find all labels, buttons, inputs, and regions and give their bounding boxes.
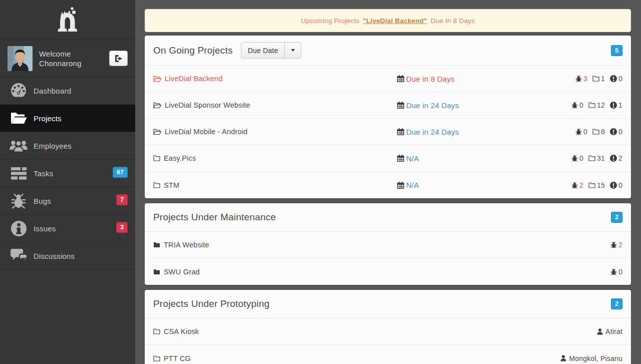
task-count: 31 (597, 154, 605, 162)
prototyping-rows: CSA Kiosk Atirat PTT CG (145, 318, 631, 364)
sidebar-item-discussions[interactable]: Discussions (0, 242, 135, 270)
member-names: Atirat (605, 327, 622, 335)
sidebar-item-label: Projects (34, 114, 62, 123)
calendar-icon (397, 155, 404, 162)
maintenance-count-badge: 2 (611, 212, 622, 223)
project-name: TRIA Website (164, 241, 209, 249)
app-logo-icon (53, 5, 82, 35)
ongoing-rows: LiveDial Backend Due in 8 Days (145, 66, 631, 198)
sidebar-nav: Dashboard Projects (0, 77, 135, 270)
sidebar-item-issues[interactable]: Issues 3 (0, 215, 135, 242)
folder-open-icon (153, 129, 161, 135)
folder-icon (153, 182, 160, 188)
folder-icon (153, 355, 160, 361)
project-name: SWU Grad (164, 268, 200, 276)
bug-icon (575, 128, 582, 135)
folder-open-icon (153, 102, 161, 109)
app-root: Welcome Chonnarong (0, 0, 641, 364)
logo-section (0, 0, 135, 40)
project-row[interactable]: LiveDial Mobile - Android Due in 24 Days (145, 119, 631, 145)
caret-down-icon[interactable] (285, 43, 301, 58)
logout-button[interactable] (109, 51, 128, 66)
due-text: Due in 8 Days (406, 75, 455, 83)
calendar-icon (397, 75, 404, 82)
due-date-sort-button[interactable]: Due Date (241, 42, 302, 59)
task-count: 15 (597, 181, 605, 189)
ongoing-count-badge: 5 (611, 45, 622, 56)
maintenance-rows: TRIA Website 2 (145, 232, 631, 285)
sidebar-item-bugs[interactable]: Bugs 7 (0, 187, 135, 215)
sign-out-icon (114, 55, 123, 63)
upcoming-alert: Upcoming Projects "LiveDial Backend" Due… (145, 9, 631, 32)
task-count: 8 (601, 128, 605, 136)
issue-count: 0 (618, 75, 622, 83)
exclamation-circle-icon (610, 102, 617, 109)
folder-open-icon (8, 112, 30, 125)
panel-maintenance-header: Projects Under Maintenance 2 (145, 203, 631, 232)
sidebar-item-dashboard[interactable]: Dashboard (0, 77, 135, 105)
calendar-icon (397, 102, 404, 109)
folder-icon (588, 102, 595, 108)
project-name: PTT CG (164, 354, 191, 362)
panel-title: Projects Under Prototyping (153, 298, 269, 309)
tasks-icon (8, 167, 30, 180)
folder-icon (153, 155, 160, 161)
bug-count: 2 (618, 241, 622, 249)
project-row[interactable]: TRIA Website 2 (145, 232, 631, 258)
panel-title: On Going Projects (153, 45, 233, 56)
folder-open-icon (153, 76, 161, 82)
project-row[interactable]: SWU Grad 0 (145, 258, 631, 285)
folder-icon (592, 76, 599, 82)
avatar (8, 46, 33, 71)
tasks-count-badge: 67 (113, 167, 128, 178)
project-row[interactable]: STM N/A (145, 172, 631, 198)
exclamation-circle-icon (610, 128, 617, 135)
project-name: Easy.Pics (164, 154, 196, 162)
sidebar-item-label: Tasks (34, 169, 53, 178)
info-circle-icon (8, 220, 30, 237)
project-row[interactable]: LiveDial Backend Due in 8 Days (145, 66, 631, 92)
panel-ongoing-header: On Going Projects Due Date 5 (145, 36, 631, 66)
bug-icon (575, 75, 582, 82)
bug-icon (571, 155, 578, 162)
alert-project-link[interactable]: "LiveDial Backend" (363, 17, 427, 25)
due-text: Due in 24 Days (406, 101, 459, 110)
bug-count: 2 (579, 181, 583, 189)
issue-count: 1 (618, 101, 622, 109)
project-name: CSA Kiosk (164, 327, 199, 335)
bug-count: 0 (618, 268, 622, 276)
sidebar-item-label: Bugs (34, 197, 51, 205)
sort-button-label: Due Date (241, 43, 285, 58)
panel-maintenance-projects: Projects Under Maintenance 2 TRIA Websit… (145, 203, 631, 285)
sidebar-item-employees[interactable]: Employees (0, 132, 135, 160)
alert-prefix: Upcoming Projects (301, 17, 360, 25)
task-count: 1 (601, 75, 605, 83)
issue-count: 2 (618, 154, 622, 162)
bugs-count-badge: 7 (116, 194, 128, 205)
exclamation-circle-icon (610, 182, 617, 189)
calendar-icon (397, 128, 404, 135)
bug-icon (571, 102, 578, 109)
bug-icon (8, 193, 30, 209)
sidebar-item-label: Discussions (34, 252, 75, 260)
panel-prototyping-projects: Projects Under Prototyping 2 CSA Kiosk (145, 290, 631, 364)
sidebar: Welcome Chonnarong (0, 0, 135, 364)
project-name: LiveDial Mobile - Android (165, 128, 247, 136)
panel-prototyping-header: Projects Under Prototyping 2 (145, 290, 631, 318)
sidebar-item-projects[interactable]: Projects (0, 105, 135, 132)
folder-icon (592, 129, 599, 135)
project-row[interactable]: Easy.Pics N/A (145, 145, 631, 172)
bug-icon (571, 182, 578, 189)
bug-count: 3 (583, 75, 587, 83)
sidebar-item-label: Employees (34, 142, 72, 150)
project-row[interactable]: LiveDial Sponsor Website Due in 24 Days (145, 92, 631, 119)
welcome-line2: Chonnarong (39, 59, 109, 68)
sidebar-item-tasks[interactable]: Tasks 67 (0, 160, 135, 187)
alert-suffix: Due In 8 Days (431, 17, 475, 25)
user-icon (597, 328, 603, 335)
bug-icon (610, 241, 617, 248)
comments-icon (8, 248, 30, 263)
users-icon (8, 139, 30, 153)
project-row[interactable]: CSA Kiosk Atirat (145, 318, 631, 345)
project-row[interactable]: PTT CG Mongkol, Pisanu (145, 345, 631, 364)
